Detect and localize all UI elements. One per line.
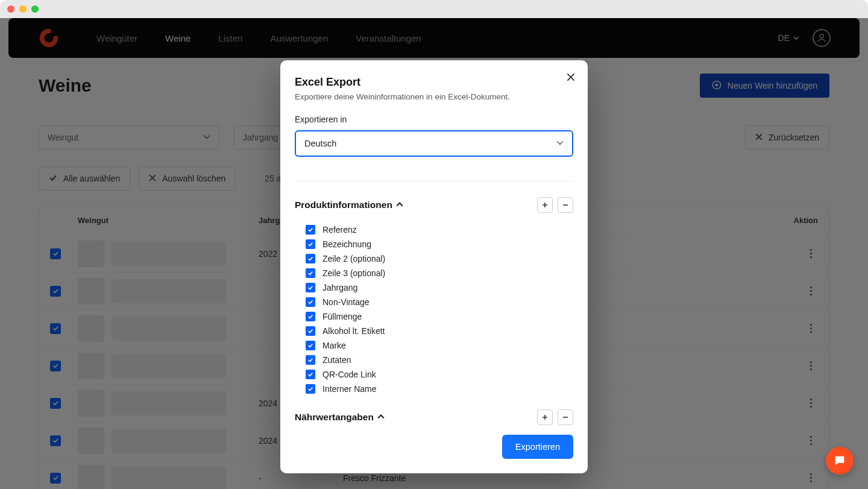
section-title-label: Produktinformationen: [295, 200, 392, 210]
chevron-up-icon: [377, 412, 385, 423]
chat-fab[interactable]: [826, 447, 854, 475]
export-field-checkbox[interactable]: [306, 355, 315, 365]
export-field-label: Bezeichnung: [322, 239, 371, 249]
section-toggle[interactable]: Nährwertangaben: [295, 412, 385, 423]
export-field-label: Zutaten: [322, 355, 351, 365]
traffic-light-minimize[interactable]: [19, 5, 27, 13]
chevron-up-icon: [396, 200, 403, 210]
export-field-row: Jahrgang: [306, 280, 573, 295]
page: WeingüterWeineListenAuswertungenVeransta…: [0, 18, 868, 489]
export-field-checkbox[interactable]: [306, 239, 315, 249]
export-language-value: Deutsch: [304, 139, 336, 148]
export-field-checkbox[interactable]: [306, 341, 315, 350]
export-field-checkbox[interactable]: [306, 384, 315, 394]
section-select-all[interactable]: [537, 409, 553, 425]
export-field-label: QR-Code Link: [322, 370, 376, 379]
export-field-row: Marke: [306, 338, 573, 353]
export-field-checkbox[interactable]: [306, 268, 315, 278]
export-field-checkbox[interactable]: [306, 370, 315, 379]
export-field-row: Non-Vintage: [306, 295, 573, 309]
section-toggle[interactable]: Produktinformationen: [295, 200, 403, 210]
export-language-select[interactable]: Deutsch: [295, 130, 573, 157]
export-field-row: Alkohol lt. Etikett: [306, 324, 573, 338]
window-chrome: [0, 0, 868, 18]
export-field-label: Referenz: [322, 225, 357, 235]
export-field-label: Zeile 2 (optional): [322, 254, 385, 263]
export-field-label: Jahrgang: [322, 283, 357, 292]
export-field-row: Zeile 2 (optional): [306, 251, 573, 266]
divider: [295, 181, 573, 181]
export-field-label: Zeile 3 (optional): [322, 268, 385, 278]
export-field-checkbox[interactable]: [306, 312, 315, 321]
export-field-row: Zutaten: [306, 353, 573, 367]
section-select-all[interactable]: [537, 197, 553, 213]
traffic-light-close[interactable]: [7, 5, 14, 13]
export-field-checkbox[interactable]: [306, 326, 315, 336]
export-in-label: Exportieren in: [295, 115, 573, 124]
section-title-label: Nährwertangaben: [295, 412, 374, 423]
modal-title: Excel Export: [295, 76, 573, 89]
export-field-row: Referenz: [306, 222, 573, 237]
export-field-row: Füllmenge: [306, 309, 573, 324]
export-button-label: Exportieren: [515, 442, 560, 452]
modal-subtitle: Exportiere deine Weininformationen in ei…: [295, 92, 573, 101]
export-modal: Excel Export Exportiere deine Weininform…: [280, 60, 588, 473]
chevron-down-icon: [556, 139, 564, 148]
export-field-row: Bezeichnung: [306, 237, 573, 251]
traffic-light-zoom[interactable]: [31, 5, 39, 13]
export-field-row: Interner Name: [306, 382, 573, 396]
export-field-label: Füllmenge: [322, 312, 362, 321]
export-field-row: QR-Code Link: [306, 367, 573, 382]
export-field-label: Alkohol lt. Etikett: [322, 326, 385, 336]
modal-close-button[interactable]: [564, 70, 578, 84]
export-button[interactable]: Exportieren: [502, 435, 573, 459]
export-field-label: Interner Name: [322, 384, 376, 394]
export-field-checkbox[interactable]: [306, 297, 315, 307]
export-field-checkbox[interactable]: [306, 225, 315, 235]
export-field-checkbox[interactable]: [306, 283, 315, 292]
section-deselect-all[interactable]: [558, 197, 573, 213]
section-deselect-all[interactable]: [558, 409, 573, 425]
export-field-checkbox[interactable]: [306, 254, 315, 263]
export-field-row: Zeile 3 (optional): [306, 266, 573, 280]
export-field-label: Marke: [322, 341, 346, 350]
export-field-label: Non-Vintage: [322, 297, 370, 307]
